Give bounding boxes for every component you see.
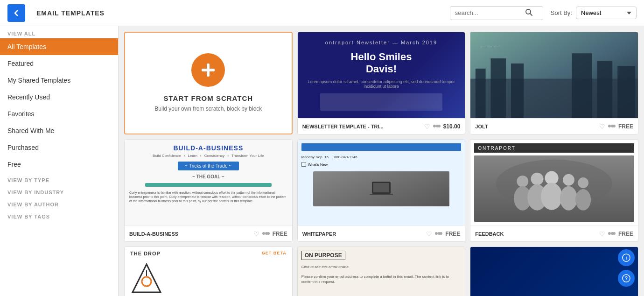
- search-input[interactable]: [455, 9, 525, 16]
- sidebar-item-my-shared-templates[interactable]: My Shared Templates: [0, 72, 118, 89]
- svg-rect-24: [370, 194, 393, 195]
- svg-point-34: [578, 177, 589, 188]
- sort-label: Sort By:: [551, 9, 572, 16]
- svg-text:— — —: — — —: [481, 43, 499, 49]
- svg-rect-23: [373, 183, 389, 192]
- scratch-title: START FROM SCRATCH: [164, 94, 253, 102]
- svg-point-4: [433, 125, 436, 127]
- bab-share-icon[interactable]: [262, 230, 270, 238]
- page-title: EMAIL TEMPLATES: [36, 9, 105, 17]
- svg-rect-9: [476, 69, 486, 118]
- sidebar-item-favorites[interactable]: Favorites: [0, 106, 118, 122]
- feedback-share-icon[interactable]: [608, 230, 616, 238]
- sidebar: VIEW ALL All Templates Featured My Share…: [0, 26, 119, 296]
- thedrop-beta: GET BETA: [262, 251, 287, 256]
- whitepaper-card-name: WHITEPAPER: [302, 231, 424, 237]
- newsletter-heart-icon[interactable]: ♡: [424, 123, 430, 130]
- onpurpose-image: ON PURPOSE Click to see this email onlin…: [298, 247, 465, 296]
- feedback-card-name: FEEDBACK: [475, 231, 596, 237]
- svg-point-42: [613, 232, 616, 235]
- newsletter-body: Lorem ipsum dolor sit amet, consectetur …: [305, 79, 458, 89]
- wp-laptop-image: [313, 171, 449, 206]
- sidebar-item-free[interactable]: Free: [0, 156, 118, 173]
- wp-date-bar: Monday Sep. 15 800-940-1146: [301, 154, 357, 160]
- newsletter-image: ontraport Newsletter — March 2019 Hello …: [298, 32, 465, 118]
- wp-top-bar: [301, 143, 462, 151]
- feedback-heart-icon[interactable]: ♡: [599, 230, 605, 238]
- view-by-author-label: VIEW BY AUTHOR: [0, 197, 118, 209]
- bab-footer: BUILD-A-BUSINESS ♡ FREE: [125, 226, 292, 241]
- svg-point-38: [560, 186, 577, 211]
- template-card-onpurpose[interactable]: ON PURPOSE Click to see this email onlin…: [297, 247, 466, 296]
- sort-area: Sort By: Newest Oldest Popular: [551, 7, 637, 19]
- back-button[interactable]: [7, 4, 25, 22]
- info-button[interactable]: i: [618, 249, 635, 266]
- svg-point-19: [262, 232, 265, 235]
- bab-progress-bar: [145, 183, 272, 187]
- template-card-thedrop[interactable]: THE DROP GET BETA: [124, 247, 293, 296]
- help-button[interactable]: ?: [618, 270, 635, 287]
- svg-rect-14: [618, 66, 636, 118]
- newsletter-card-name: NEWSLETTER TEMPLATE - TRI...: [302, 124, 421, 129]
- svg-point-6: [438, 125, 441, 127]
- onpurpose-body-text: Please confirm your email address to com…: [301, 269, 462, 285]
- svg-point-30: [517, 176, 529, 187]
- happy-image: ★★★★★: [470, 247, 638, 296]
- main-area: VIEW ALL All Templates Featured My Share…: [0, 26, 644, 296]
- sidebar-item-all-templates[interactable]: All Templates: [0, 38, 118, 55]
- sidebar-item-recently-used[interactable]: Recently Used: [0, 89, 118, 106]
- sort-select[interactable]: Newest Oldest Popular: [576, 7, 637, 19]
- bab-image: BUILD-A-BUSINESS Build Confidence•Learn•…: [125, 140, 292, 226]
- svg-marker-43: [133, 264, 161, 292]
- thedrop-header-row: THE DROP GET BETA: [130, 251, 287, 256]
- feedback-footer: FEEDBACK ♡ FREE: [470, 226, 638, 241]
- sidebar-item-featured[interactable]: Featured: [0, 55, 118, 72]
- bab-header-text: BUILD-A-BUSINESS: [173, 144, 243, 152]
- svg-text:?: ?: [625, 276, 628, 281]
- bab-card-name: BUILD-A-BUSINESS: [129, 231, 251, 237]
- svg-line-1: [530, 14, 532, 15]
- jolt-heart-icon[interactable]: ♡: [599, 123, 605, 130]
- bab-sub-text: Build Confidence•Learn•Consistency•Trans…: [153, 154, 264, 158]
- template-card-newsletter[interactable]: ontraport Newsletter — March 2019 Hello …: [297, 32, 466, 134]
- float-buttons: i ?: [618, 249, 635, 287]
- bab-heart-icon[interactable]: ♡: [253, 230, 259, 238]
- bab-price: FREE: [273, 231, 287, 237]
- thedrop-icon-area: [130, 262, 163, 295]
- templates-grid: START FROM SCRATCH Build your own from s…: [119, 26, 644, 296]
- svg-rect-10: [491, 58, 506, 118]
- svg-point-37: [541, 183, 563, 210]
- search-icon-button[interactable]: [525, 8, 532, 18]
- svg-point-39: [575, 189, 591, 211]
- scratch-plus-icon: [191, 53, 225, 87]
- svg-point-25: [435, 232, 438, 235]
- template-card-jolt[interactable]: — — — JOLT ♡ FREE: [470, 32, 638, 134]
- svg-point-18: [613, 125, 616, 127]
- svg-point-33: [563, 174, 574, 186]
- header: EMAIL TEMPLATES Sort By: Newest Oldest P…: [0, 0, 644, 26]
- svg-text:i: i: [626, 255, 627, 261]
- newsletter-placeholder-image: [320, 93, 442, 111]
- feedback-image: ONTRAPORT: [470, 140, 638, 226]
- template-card-bab[interactable]: BUILD-A-BUSINESS Build Confidence•Learn•…: [124, 139, 293, 242]
- onpurpose-tagline: Click to see this email online.: [301, 265, 462, 269]
- newsletter-share-icon[interactable]: [433, 123, 441, 130]
- whitepaper-heart-icon[interactable]: ♡: [426, 230, 432, 238]
- svg-point-27: [440, 232, 442, 235]
- whitepaper-share-icon[interactable]: [435, 230, 442, 238]
- template-card-scratch[interactable]: START FROM SCRATCH Build your own from s…: [124, 32, 293, 134]
- sidebar-item-shared-with-me[interactable]: Shared With Me: [0, 122, 118, 139]
- thedrop-image: THE DROP GET BETA: [125, 247, 292, 296]
- view-all-label: VIEW ALL: [0, 26, 118, 38]
- template-card-whitepaper[interactable]: Monday Sep. 15 800-940-1146 What's New W…: [297, 139, 466, 242]
- template-card-happy[interactable]: ★★★★★: [470, 247, 638, 296]
- sidebar-item-purchased[interactable]: Purchased: [0, 139, 118, 156]
- feedback-logo-bar: ONTRAPORT: [474, 143, 634, 153]
- newsletter-price: $10.00: [443, 123, 461, 130]
- jolt-share-icon[interactable]: [608, 123, 616, 130]
- whitepaper-image: Monday Sep. 15 800-940-1146 What's New: [298, 140, 465, 226]
- svg-point-44: [142, 277, 151, 286]
- template-card-feedback[interactable]: ONTRAPORT: [470, 139, 638, 242]
- view-by-industry-label: VIEW BY INDUSTRY: [0, 185, 118, 197]
- svg-point-32: [545, 171, 559, 185]
